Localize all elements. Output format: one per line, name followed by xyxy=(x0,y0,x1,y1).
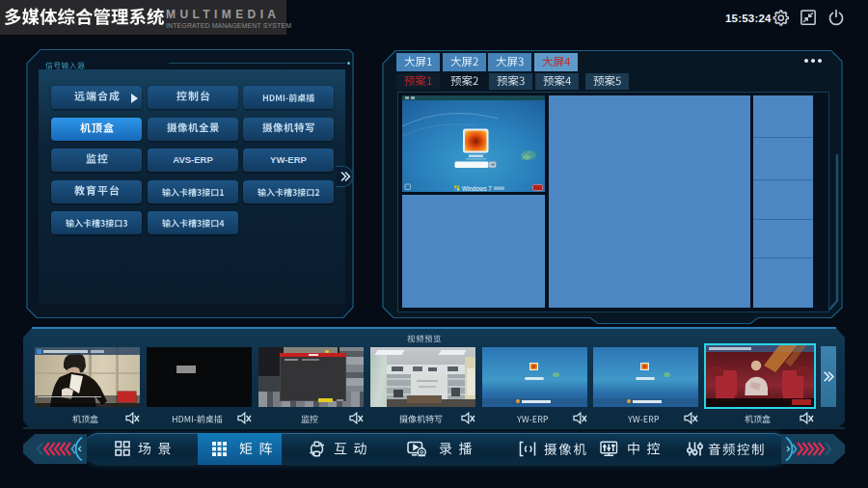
svg-text:Windows 7: Windows 7 xyxy=(462,185,492,192)
